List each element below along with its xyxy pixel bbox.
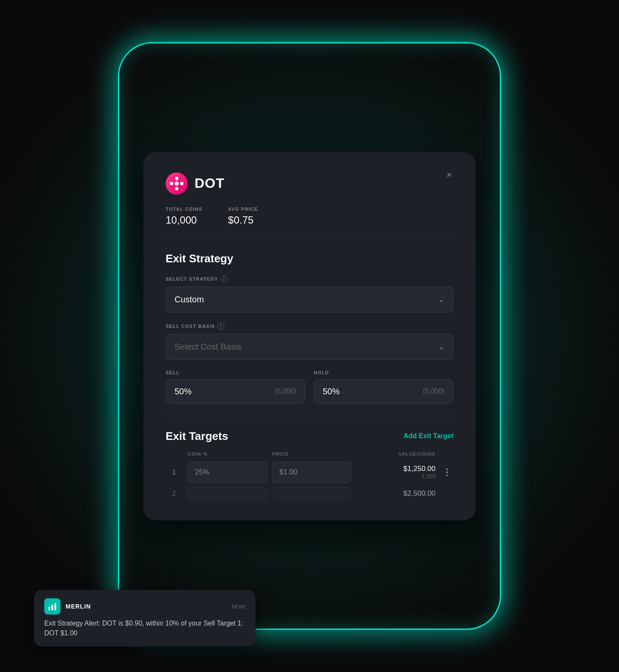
hold-field: HOLD 50% (5,000)	[314, 370, 453, 404]
avg-price-value: $0.75	[228, 214, 258, 226]
bar-chart-icon	[48, 602, 57, 611]
toast-notification: MERLIN NOW Exit Strategy Alert: DOT is $…	[34, 590, 255, 646]
close-button[interactable]: ×	[441, 167, 457, 183]
sell-cost-basis-info-icon: i	[218, 323, 224, 330]
total-coins-label: TOTAL COINS	[166, 207, 203, 212]
row-number-2: 2	[166, 490, 183, 497]
add-exit-target-button[interactable]: Add Exit Target	[404, 432, 453, 440]
hold-coins: (5,000)	[423, 388, 444, 395]
strategy-selected-value: Custom	[175, 295, 204, 304]
sell-input-box[interactable]: 50% (5,000)	[166, 379, 305, 404]
row-1-more-button[interactable]	[441, 468, 453, 476]
toast-brand: MERLIN	[44, 598, 91, 615]
hold-value: 50%	[323, 387, 340, 396]
sell-hold-row: SELL 50% (5,000) HOLD 50% (5,000)	[166, 370, 453, 404]
sell-field: SELL 50% (5,000)	[166, 370, 305, 404]
exit-targets-title: Exit Targets	[166, 430, 228, 443]
toast-time: NOW	[232, 603, 245, 610]
table-row: 1 25% $1.00 $1,250.00 1,250	[166, 462, 453, 483]
exit-strategy-title: Exit Strategy	[166, 252, 453, 265]
sell-cost-basis-label: SELL COST BASIS i	[166, 323, 453, 330]
row-1-coin-pct-input[interactable]: 25%	[188, 462, 267, 483]
hold-label: HOLD	[314, 370, 453, 375]
col-header-value-coins: VALUE/COINS	[356, 451, 436, 457]
row-2-coin-pct-input[interactable]	[188, 487, 267, 500]
modal-card: × DOT TOTAL COINS 10,000 AVG PRICE $0.75…	[143, 152, 476, 520]
row-2-value-primary: $2,500.00	[356, 489, 436, 498]
chevron-down-icon: ⌄	[438, 295, 444, 304]
divider-middle	[166, 416, 453, 416]
merlin-brand-name: MERLIN	[66, 603, 91, 610]
toast-header: MERLIN NOW	[44, 598, 245, 615]
targets-column-headers: COIN % PRICE VALUE/COINS	[166, 451, 453, 457]
cost-basis-placeholder: Select Cost Basis	[175, 342, 241, 352]
strategy-dropdown[interactable]: Custom ⌄	[166, 287, 453, 313]
col-header-price: PRICE	[272, 451, 351, 457]
merlin-icon	[44, 598, 60, 615]
row-1-price-input[interactable]: $1.00	[272, 462, 351, 483]
total-coins-value: 10,000	[166, 214, 203, 226]
more-dot	[446, 474, 448, 476]
svg-point-3	[170, 182, 173, 185]
svg-point-1	[175, 177, 178, 180]
more-dot	[446, 468, 448, 470]
row-1-value-col: $1,250.00 1,250	[356, 465, 436, 480]
coin-logo	[166, 172, 188, 195]
select-strategy-label: SELECT STRATEGY i	[166, 276, 453, 282]
stat-total-coins: TOTAL COINS 10,000	[166, 207, 203, 226]
modal-header: DOT	[166, 172, 453, 195]
coin-name: DOT	[195, 175, 225, 191]
table-row: 2 $2,500.00	[166, 487, 453, 500]
row-1-value-primary: $1,250.00	[356, 465, 436, 473]
toast-message: Exit Strategy Alert: DOT is $0.90, withi…	[44, 619, 245, 638]
svg-point-2	[175, 187, 178, 190]
chevron-down-icon-2: ⌄	[438, 342, 444, 351]
row-2-value-col: $2,500.00	[356, 489, 436, 498]
svg-point-5	[175, 181, 179, 186]
sell-value: 50%	[175, 387, 192, 396]
select-strategy-info-icon: i	[221, 276, 228, 282]
exit-targets-header: Exit Targets Add Exit Target	[166, 430, 453, 443]
hold-input-box[interactable]: 50% (5,000)	[314, 379, 453, 404]
avg-price-label: AVG PRICE	[228, 207, 258, 212]
col-header-coin-pct: COIN %	[188, 451, 267, 457]
cost-basis-dropdown[interactable]: Select Cost Basis ⌄	[166, 334, 453, 360]
sell-label: SELL	[166, 370, 305, 375]
row-2-price-input[interactable]	[272, 487, 351, 500]
dot-logo-svg	[169, 176, 184, 191]
stats-row: TOTAL COINS 10,000 AVG PRICE $0.75	[166, 207, 453, 226]
row-1-value-secondary: 1,250	[356, 473, 436, 480]
divider-top	[166, 238, 453, 238]
stat-avg-price: AVG PRICE $0.75	[228, 207, 258, 226]
row-number-1: 1	[166, 468, 183, 476]
svg-point-4	[180, 182, 183, 185]
svg-rect-8	[54, 603, 56, 610]
svg-rect-6	[49, 607, 50, 610]
more-dot	[446, 471, 448, 473]
svg-rect-7	[52, 605, 53, 610]
sell-coins: (5,000)	[275, 388, 296, 395]
